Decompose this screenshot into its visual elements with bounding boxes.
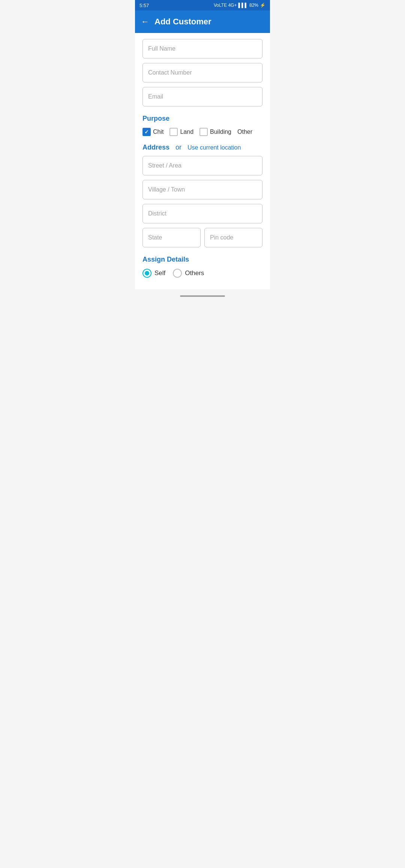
use-location-button[interactable]: Use current location: [188, 144, 241, 151]
back-button[interactable]: ←: [141, 17, 149, 27]
form-container: Purpose Chit Land Building Other Address…: [135, 33, 270, 289]
village-town-input[interactable]: [142, 180, 262, 199]
building-label: Building: [210, 129, 231, 135]
land-label: Land: [180, 129, 194, 135]
self-radio-icon[interactable]: [142, 269, 152, 278]
status-icons: VoLTE 4G+ ▌▌▌ 82% ⚡: [214, 3, 266, 8]
radio-others[interactable]: Others: [173, 269, 204, 278]
checkbox-chit[interactable]: Chit: [142, 128, 164, 136]
state-pincode-row: [142, 228, 262, 252]
radio-self[interactable]: Self: [142, 269, 165, 278]
self-label: Self: [154, 269, 165, 277]
checkbox-other[interactable]: Other: [237, 129, 252, 135]
other-label: Other: [237, 129, 252, 135]
assign-label: Assign Details: [142, 256, 262, 263]
network-icon: VoLTE 4G+: [214, 3, 237, 8]
checkbox-land[interactable]: Land: [170, 128, 194, 136]
contact-number-input[interactable]: [142, 63, 262, 82]
street-area-input[interactable]: [142, 156, 262, 175]
app-bar: ← Add Customer: [135, 10, 270, 33]
battery-icon: ⚡: [260, 3, 266, 8]
assign-radios: Self Others: [142, 269, 262, 278]
status-time: 5:57: [140, 3, 149, 8]
full-name-input[interactable]: [142, 39, 262, 58]
purpose-checkboxes: Chit Land Building Other: [142, 128, 262, 136]
battery-text: 82%: [249, 3, 258, 8]
signal-icon: ▌▌▌: [238, 3, 248, 8]
pincode-input[interactable]: [204, 228, 262, 247]
others-label: Others: [185, 269, 204, 277]
email-input[interactable]: [142, 87, 262, 106]
checkbox-building[interactable]: Building: [200, 128, 231, 136]
status-bar: 5:57 VoLTE 4G+ ▌▌▌ 82% ⚡: [135, 0, 270, 10]
assign-section: Assign Details Self Others: [142, 256, 262, 278]
state-input[interactable]: [142, 228, 201, 247]
land-checkbox-icon[interactable]: [170, 128, 178, 136]
address-header: Address or Use current location: [142, 144, 262, 151]
page-title: Add Customer: [154, 17, 212, 27]
chit-checkbox-icon[interactable]: [142, 128, 151, 136]
bottom-nav-indicator: [180, 295, 225, 297]
address-label: Address: [142, 144, 170, 151]
others-radio-icon[interactable]: [173, 269, 182, 278]
district-input[interactable]: [142, 204, 262, 223]
building-checkbox-icon[interactable]: [200, 128, 208, 136]
purpose-label: Purpose: [142, 115, 262, 123]
chit-label: Chit: [153, 129, 164, 135]
or-text: or: [176, 144, 182, 151]
